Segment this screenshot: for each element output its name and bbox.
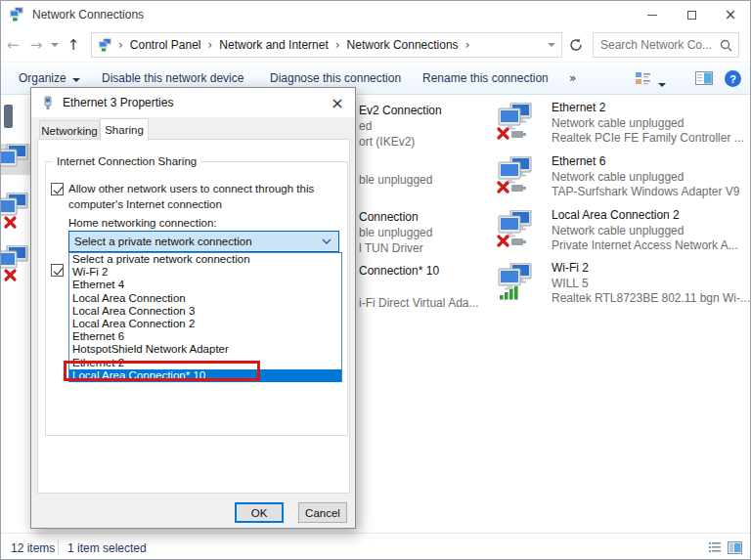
large-icons-view-toggle-icon[interactable]	[728, 541, 742, 554]
maximize-button[interactable]	[672, 1, 711, 28]
network-connections-window: Network Connections × ← → ↑ Control Pane…	[0, 0, 751, 560]
wifi-signal-icon	[496, 263, 535, 300]
network-unplugged-icon	[496, 156, 535, 194]
network-connections-app-icon	[9, 7, 24, 22]
more-commands-overflow[interactable]: »	[569, 71, 576, 85]
address-dropdown-chevron-icon[interactable]	[548, 43, 555, 47]
change-view-button[interactable]	[635, 70, 651, 90]
red-highlight-annotation	[64, 361, 260, 381]
allow-users-connect-checkbox[interactable]	[51, 183, 64, 195]
connection-tile-local-area-connection-2[interactable]: Local Area Connection 2 Network cable un…	[496, 208, 750, 259]
disable-device-command[interactable]: Disable this network device	[102, 71, 243, 85]
connection-device: Realtek RTL8723BE 802.11 bgn Wi-...	[552, 291, 751, 307]
dialog-close-button[interactable]: ×	[320, 88, 355, 117]
item-count: 12 items	[11, 541, 55, 555]
allow-users-connect-label: Allow other network users to connect thr…	[68, 181, 314, 212]
close-icon: ×	[725, 8, 737, 22]
title-bar: Network Connections ×	[1, 1, 750, 28]
preview-pane-button[interactable]	[695, 70, 713, 89]
selected-count: 1 item selected	[67, 541, 147, 555]
window-title: Network Connections	[32, 8, 144, 22]
partial-connection-device: i-Fi Direct Virtual Ada...	[359, 296, 478, 310]
dropdown-option[interactable]: Local Area Connection 2	[69, 318, 341, 330]
breadcrumb-separator	[331, 38, 344, 52]
tab-sharing[interactable]: Sharing	[100, 118, 149, 141]
forward-button[interactable]: →	[24, 36, 48, 54]
connection-device: TAP-Surfshark Windows Adapter V9	[552, 185, 751, 200]
partially-hidden-connection-icon	[0, 144, 31, 181]
dropdown-option[interactable]: Local Area Connection	[69, 292, 341, 305]
breadcrumb-network-connections[interactable]: Network Connections	[344, 38, 462, 52]
back-button[interactable]: ←	[1, 36, 24, 54]
partial-connection-device: l TUN Driver	[359, 241, 423, 255]
minimize-button[interactable]	[633, 1, 672, 28]
help-icon: ?	[725, 70, 741, 87]
folder-location-icon	[98, 38, 112, 53]
home-networking-connection-label: Home networking connection:	[68, 215, 217, 231]
chevron-down-icon	[72, 78, 80, 82]
dropdown-option[interactable]: HotspotShield Network Adapter	[69, 343, 341, 356]
partial-connection-status: ble unplugged	[359, 226, 432, 239]
connection-status: WILL 5	[552, 277, 751, 292]
combobox-value: Select a private network connection	[69, 236, 322, 247]
ethernet-3-properties-dialog: Ethernet 3 Properties × Networking Shari…	[30, 87, 356, 529]
up-button[interactable]: ↑	[62, 36, 85, 54]
partially-hidden-connection-icon	[0, 245, 31, 282]
partially-hidden-connection-icon	[0, 193, 31, 230]
breadcrumb-separator	[462, 38, 474, 52]
view-tiles-icon	[635, 70, 651, 87]
close-button[interactable]: ×	[711, 1, 750, 28]
chevron-down-icon	[322, 238, 331, 244]
dialog-title: Ethernet 3 Properties	[63, 96, 173, 109]
refresh-button[interactable]	[564, 32, 588, 58]
connection-tile-wifi-2[interactable]: Wi-Fi 2 WILL 5 Realtek RTL8723BE 802.11 …	[496, 261, 750, 312]
breadcrumb-control-panel[interactable]: Control Panel	[127, 38, 204, 52]
home-networking-connection-combobox[interactable]: Select a private network connection	[68, 231, 339, 252]
recent-pages-button[interactable]	[48, 43, 62, 47]
dropdown-option[interactable]: Wi-Fi 2	[69, 266, 341, 279]
ok-button[interactable]: OK	[235, 502, 284, 523]
allow-users-control-checkbox[interactable]	[51, 264, 64, 277]
partial-connection-status: ed	[359, 119, 372, 133]
dropdown-option[interactable]: Ethernet 4	[69, 279, 341, 291]
status-bar: 12 items 1 item selected	[1, 533, 750, 560]
tab-networking[interactable]: Networking	[39, 120, 100, 140]
partial-connection-status: ble unplugged	[359, 173, 432, 187]
connection-device: Private Internet Access Network A...	[552, 238, 751, 254]
network-unplugged-icon	[496, 210, 535, 247]
minimize-icon	[647, 15, 657, 16]
dropdown-option[interactable]: Select a private network connection	[69, 253, 341, 266]
details-view-toggle-icon[interactable]	[708, 541, 722, 554]
chevron-down-icon	[51, 43, 59, 47]
dropdown-option[interactable]: Ethernet 6	[69, 330, 341, 343]
connection-tile-ethernet-6[interactable]: Ethernet 6 Network cable unplugged TAP-S…	[496, 154, 750, 205]
connection-status: Network cable unplugged	[552, 170, 751, 186]
groupbox-label: Internet Connection Sharing	[53, 155, 200, 167]
dropdown-option[interactable]: Local Area Connection 3	[69, 305, 341, 318]
breadcrumb-separator	[114, 38, 127, 52]
partial-connection-name: Ev2 Connection	[359, 104, 442, 117]
diagnose-connection-command[interactable]: Diagnose this connection	[270, 71, 401, 85]
breadcrumb-network-and-internet[interactable]: Network and Internet	[216, 38, 331, 52]
connection-name: Ethernet 2	[552, 101, 751, 116]
address-box[interactable]: Control Panel Network and Internet Netwo…	[91, 32, 562, 58]
network-unplugged-icon	[496, 103, 535, 140]
search-box	[593, 32, 739, 58]
address-bar: ← → ↑ Control Panel Network and Internet…	[1, 28, 750, 62]
help-button[interactable]: ?	[725, 70, 741, 87]
change-view-dropdown[interactable]	[658, 76, 666, 90]
connection-status: Network cable unplugged	[552, 224, 751, 239]
chevron-down-icon	[658, 83, 666, 87]
search-input[interactable]	[594, 38, 720, 52]
connection-device: Realtek PCIe FE Family Controller ...	[552, 131, 751, 147]
rename-connection-command[interactable]: Rename this connection	[422, 71, 549, 85]
connection-status: Network cable unplugged	[552, 116, 751, 132]
connection-tile-ethernet-2[interactable]: Ethernet 2 Network cable unplugged Realt…	[496, 101, 750, 151]
breadcrumb-separator	[204, 38, 217, 52]
partially-hidden-connection-icon	[4, 105, 13, 128]
organize-menu[interactable]: Organize	[19, 71, 80, 85]
cancel-button[interactable]: Cancel	[298, 502, 347, 523]
close-icon: ×	[331, 94, 343, 112]
partial-connection-name: Connection* 10	[359, 264, 439, 278]
search-icon[interactable]	[720, 39, 732, 52]
